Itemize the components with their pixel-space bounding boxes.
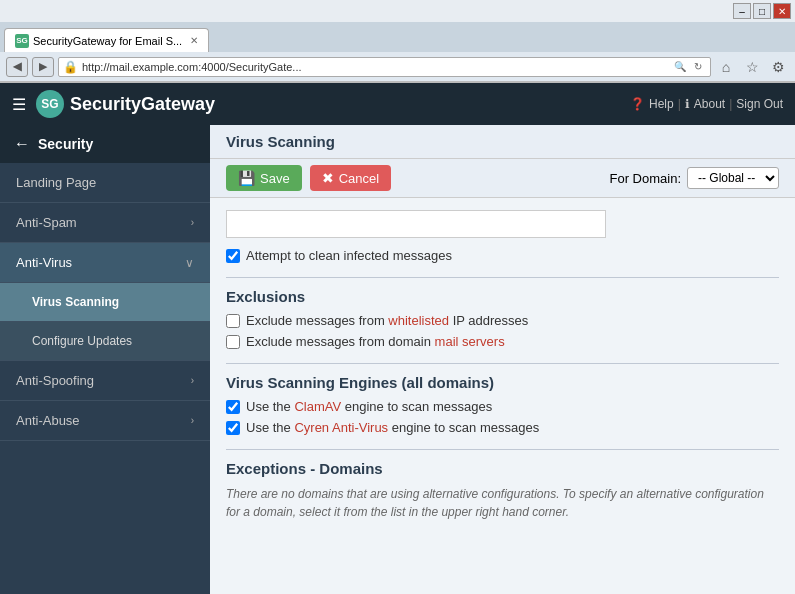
domain-select[interactable]: -- Global --	[687, 167, 779, 189]
sidebar: ← Security Landing Page Anti-Spam › Anti…	[0, 125, 210, 594]
sign-out-link[interactable]: Sign Out	[736, 97, 783, 111]
excl-domain-row: Exclude messages from domain mail server…	[226, 334, 779, 349]
save-button[interactable]: 💾 Save	[226, 165, 302, 191]
app-logo: SG SecurityGateway	[36, 90, 215, 118]
sidebar-item-anti-virus[interactable]: Anti-Virus ∨	[0, 243, 210, 283]
home-icon[interactable]: ⌂	[715, 57, 737, 77]
attempt-clean-row: Attempt to clean infected messages	[226, 248, 779, 263]
domain-selector: For Domain: -- Global --	[609, 167, 779, 189]
tab-close-icon[interactable]: ✕	[190, 35, 198, 46]
form-input-field[interactable]	[226, 210, 606, 238]
sidebar-item-anti-spoofing[interactable]: Anti-Spoofing ›	[0, 361, 210, 401]
forward-button[interactable]: ▶	[32, 57, 54, 77]
address-bar: ◀ ▶ 🔒 http://mail.example.com:4000/Secur…	[0, 52, 795, 82]
settings-icon[interactable]: ⚙	[767, 57, 789, 77]
about-link[interactable]: About	[694, 97, 725, 111]
sidebar-item-label: Anti-Abuse	[16, 413, 80, 428]
engines-title: Virus Scanning Engines (all domains)	[226, 374, 779, 391]
content-area: Virus Scanning 💾 Save ✖ Cancel For Domai…	[210, 125, 795, 594]
whitelisted-link: whitelisted	[388, 313, 449, 328]
bookmark-icon[interactable]: ☆	[741, 57, 763, 77]
back-arrow-icon: ←	[14, 135, 30, 153]
save-icon: 💾	[238, 170, 255, 186]
excl-whitelisted-row: Exclude messages from whitelisted IP add…	[226, 313, 779, 328]
sidebar-item-virus-scanning[interactable]: Virus Scanning	[0, 283, 210, 322]
excl-whitelisted-checkbox[interactable]	[226, 314, 240, 328]
sidebar-item-label: Configure Updates	[32, 334, 132, 348]
excl-whitelisted-label: Exclude messages from whitelisted IP add…	[246, 313, 528, 328]
save-label: Save	[260, 171, 290, 186]
browser-toolbar-right: ⌂ ☆ ⚙	[715, 57, 789, 77]
sidebar-item-label: Anti-Spam	[16, 215, 77, 230]
sidebar-item-configure-updates[interactable]: Configure Updates	[0, 322, 210, 361]
engine-clamav-row: Use the ClamAV engine to scan messages	[226, 399, 779, 414]
sidebar-item-landing-page[interactable]: Landing Page	[0, 163, 210, 203]
exclusions-title: Exclusions	[226, 288, 779, 305]
cancel-label: Cancel	[339, 171, 379, 186]
help-link[interactable]: Help	[649, 97, 674, 111]
chevron-down-icon: ∨	[185, 256, 194, 270]
close-button[interactable]: ✕	[773, 3, 791, 19]
maximize-button[interactable]: □	[753, 3, 771, 19]
hamburger-icon[interactable]: ☰	[12, 95, 26, 114]
tab-bar: SG SecurityGateway for Email S... ✕	[0, 22, 795, 52]
sidebar-item-label: Landing Page	[16, 175, 96, 190]
app-header-right: ❓ Help | ℹ About | Sign Out	[630, 97, 783, 111]
app-header: ☰ SG SecurityGateway ❓ Help | ℹ About | …	[0, 83, 795, 125]
title-bar: – □ ✕	[0, 0, 795, 22]
info-icon: ℹ	[685, 97, 690, 111]
exceptions-divider	[226, 449, 779, 450]
engine-clamav-label: Use the ClamAV engine to scan messages	[246, 399, 492, 414]
sidebar-item-anti-spam[interactable]: Anti-Spam ›	[0, 203, 210, 243]
app-header-left: ☰ SG SecurityGateway	[12, 90, 215, 118]
url-text: http://mail.example.com:4000/SecurityGat…	[82, 61, 668, 73]
tab-label: SecurityGateway for Email S...	[33, 35, 182, 47]
sidebar-item-label: Anti-Spoofing	[16, 373, 94, 388]
cancel-icon: ✖	[322, 170, 334, 186]
clamav-link: ClamAV	[294, 399, 341, 414]
mail-servers-link: mail servers	[435, 334, 505, 349]
minimize-button[interactable]: –	[733, 3, 751, 19]
url-actions: 🔍 ↻	[672, 59, 706, 75]
browser-chrome: – □ ✕ SG SecurityGateway for Email S... …	[0, 0, 795, 83]
domain-label: For Domain:	[609, 171, 681, 186]
exclusions-divider	[226, 277, 779, 278]
attempt-clean-label: Attempt to clean infected messages	[246, 248, 452, 263]
url-refresh-icon[interactable]: ↻	[690, 59, 706, 75]
attempt-clean-checkbox[interactable]	[226, 249, 240, 263]
exceptions-note: There are no domains that are using alte…	[226, 485, 779, 521]
exceptions-title: Exceptions - Domains	[226, 460, 779, 477]
back-button[interactable]: ◀	[6, 57, 28, 77]
title-bar-buttons: – □ ✕	[733, 3, 791, 19]
browser-tab-active[interactable]: SG SecurityGateway for Email S... ✕	[4, 28, 209, 52]
chevron-right-icon: ›	[191, 217, 194, 228]
sidebar-back-button[interactable]: ← Security	[0, 125, 210, 163]
sidebar-item-label: Anti-Virus	[16, 255, 72, 270]
logo-icon: SG	[36, 90, 64, 118]
chevron-right-icon: ›	[191, 375, 194, 386]
sidebar-item-anti-abuse[interactable]: Anti-Abuse ›	[0, 401, 210, 441]
engine-cyren-row: Use the Cyren Anti-Virus engine to scan …	[226, 420, 779, 435]
excl-domain-checkbox[interactable]	[226, 335, 240, 349]
excl-domain-label: Exclude messages from domain mail server…	[246, 334, 505, 349]
chevron-right-icon: ›	[191, 415, 194, 426]
cancel-button[interactable]: ✖ Cancel	[310, 165, 391, 191]
main-area: ← Security Landing Page Anti-Spam › Anti…	[0, 125, 795, 594]
engine-cyren-label: Use the Cyren Anti-Virus engine to scan …	[246, 420, 539, 435]
toolbar: 💾 Save ✖ Cancel For Domain: -- Global --	[210, 159, 795, 198]
url-search-icon[interactable]: 🔍	[672, 59, 688, 75]
app-container: ☰ SG SecurityGateway ❓ Help | ℹ About | …	[0, 83, 795, 594]
logo-text: SecurityGateway	[70, 94, 215, 115]
help-icon: ❓	[630, 97, 645, 111]
engine-clamav-checkbox[interactable]	[226, 400, 240, 414]
url-box[interactable]: 🔒 http://mail.example.com:4000/SecurityG…	[58, 57, 711, 77]
sidebar-section-label: Security	[38, 136, 93, 152]
engine-cyren-checkbox[interactable]	[226, 421, 240, 435]
engines-divider	[226, 363, 779, 364]
url-favicon: 🔒	[63, 60, 78, 74]
tab-favicon: SG	[15, 34, 29, 48]
sidebar-item-label: Virus Scanning	[32, 295, 119, 309]
content-scroll: Attempt to clean infected messages Exclu…	[210, 198, 795, 594]
cyren-link: Cyren Anti-Virus	[294, 420, 388, 435]
page-title: Virus Scanning	[210, 125, 795, 159]
